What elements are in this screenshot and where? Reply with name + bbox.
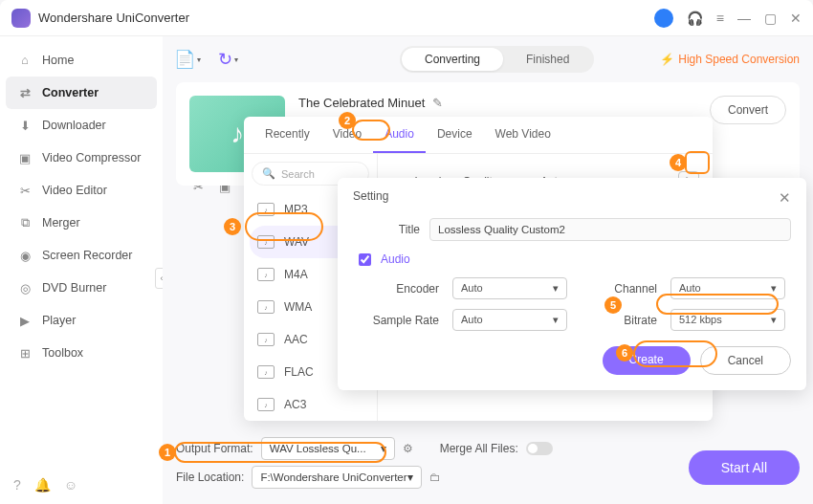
support-icon[interactable]: 🎧 (687, 11, 703, 26)
add-file-button[interactable]: 📄▾ (176, 48, 199, 71)
samplerate-select[interactable]: Auto▾ (452, 309, 567, 331)
fmt-item-label: WAV (284, 235, 309, 249)
chevron-down-icon: ▾ (771, 314, 777, 326)
sidebar-item-label: Player (42, 314, 76, 327)
fmt-tab-webvideo[interactable]: Web Video (484, 117, 562, 153)
feedback-icon[interactable]: ☺ (64, 477, 77, 493)
sidebar-item-dvd[interactable]: ◎DVD Burner (0, 272, 163, 304)
sidebar-item-label: Video Compressor (42, 151, 141, 164)
app-logo (11, 9, 31, 28)
wma-icon: ♪ (257, 300, 275, 314)
menu-icon[interactable]: ≡ (716, 11, 724, 26)
add-folder-button[interactable]: ↻▾ (216, 48, 239, 71)
m4a-icon: ♪ (257, 268, 275, 281)
sidebar-item-converter[interactable]: ⇄Converter (6, 77, 157, 109)
settings-title: Setting (353, 189, 388, 207)
sidebar-item-label: Downloader (42, 119, 106, 132)
toolbar: 📄▾ ↻▾ Converting Finished ⚡High Speed Co… (176, 46, 800, 73)
file-location-select[interactable]: F:\Wondershare UniConverter▾ (252, 466, 421, 489)
fmt-item-label: WMA (284, 300, 312, 314)
download-icon: ⬇ (17, 118, 33, 133)
bitrate-label: Bitrate (581, 314, 657, 327)
sidebar-item-label: Toolbox (42, 346, 83, 360)
audio-section-label: Audio (381, 252, 410, 266)
maximize-icon[interactable]: ▢ (764, 11, 777, 26)
fmt-item-ac3[interactable]: ♪AC3 (244, 388, 377, 421)
sidebar-item-toolbox[interactable]: ⊞Toolbox (0, 337, 163, 369)
tab-finished[interactable]: Finished (503, 48, 592, 71)
channel-label: Channel (581, 282, 657, 296)
sidebar-item-player[interactable]: ▶Player (0, 304, 163, 337)
sidebar-item-label: Screen Recorder (42, 249, 133, 262)
merge-toggle[interactable] (526, 442, 553, 455)
compress-icon: ▣ (17, 150, 33, 165)
encoder-label: Encoder (353, 282, 439, 296)
convert-button[interactable]: Convert (710, 96, 786, 124)
help-icon[interactable]: ? (13, 477, 21, 493)
cancel-button[interactable]: Cancel (700, 346, 791, 375)
search-icon: 🔍 (262, 167, 275, 180)
edit-title-icon[interactable]: ✎ (432, 96, 443, 110)
minimize-icon[interactable]: — (737, 11, 751, 26)
sidebar-item-editor[interactable]: ✂Video Editor (0, 174, 163, 207)
merge-label: Merge All Files: (440, 442, 518, 455)
sidebar: ⌂Home ⇄Converter ⬇Downloader ▣Video Comp… (0, 36, 163, 504)
sidebar-item-downloader[interactable]: ⬇Downloader (0, 109, 163, 142)
chevron-down-icon: ▾ (407, 471, 413, 484)
sidebar-item-compressor[interactable]: ▣Video Compressor (0, 142, 163, 174)
chevron-down-icon: ▾ (771, 282, 777, 295)
high-speed-conversion[interactable]: ⚡High Speed Conversion (660, 53, 800, 66)
fmt-tab-video[interactable]: Video (321, 117, 373, 153)
samplerate-label: Sample Rate (353, 314, 439, 327)
chevron-down-icon: ▾ (553, 314, 559, 326)
close-icon[interactable]: ✕ (790, 11, 802, 26)
sidebar-item-label: Home (42, 54, 74, 67)
chevron-down-icon: ▾ (381, 442, 386, 455)
player-icon: ▶ (17, 313, 33, 328)
setting-title-label: Title (353, 223, 420, 236)
sidebar-item-label: Video Editor (42, 184, 107, 197)
settings-icon[interactable]: ⚙ (403, 442, 413, 455)
browse-folder-icon[interactable]: 🗀 (429, 471, 441, 484)
fmt-item-label: M4A (284, 268, 308, 281)
create-button[interactable]: Create (603, 346, 691, 375)
fmt-item-label: MP3 (284, 203, 308, 216)
bitrate-select[interactable]: 512 kbps▾ (670, 309, 785, 331)
search-placeholder: Search (281, 168, 315, 180)
sidebar-item-home[interactable]: ⌂Home (0, 44, 163, 77)
dvd-icon: ◎ (17, 280, 33, 296)
channel-select[interactable]: Auto▾ (670, 277, 785, 299)
flac-icon: ♪ (257, 365, 275, 379)
channel-value: Auto (679, 282, 701, 295)
footer: Output Format: WAV Lossless Qu...▾ ⚙ Mer… (176, 437, 800, 494)
titlebar: Wondershare UniConverter 🎧 ≡ — ▢ ✕ (0, 0, 813, 36)
samplerate-value: Auto (461, 314, 483, 326)
bitrate-value: 512 kbps (679, 314, 722, 326)
file-location-label: File Location: (176, 471, 244, 484)
fmt-tab-audio[interactable]: Audio (373, 117, 426, 153)
output-format-select[interactable]: WAV Lossless Qu...▾ (261, 437, 395, 460)
fmt-tab-device[interactable]: Device (426, 117, 484, 153)
sidebar-item-label: Converter (42, 86, 99, 99)
bolt-icon: ⚡ (660, 53, 674, 66)
editor-icon: ✂ (17, 183, 33, 198)
sidebar-item-recorder[interactable]: ◉Screen Recorder (0, 239, 163, 272)
wav-icon: ♪ (257, 235, 275, 249)
user-avatar[interactable] (654, 9, 673, 28)
sidebar-item-merger[interactable]: ⧉Merger (0, 207, 163, 239)
app-title: Wondershare UniConverter (38, 11, 654, 25)
aac-icon: ♪ (257, 333, 275, 346)
fmt-item-label: FLAC (284, 365, 314, 379)
settings-close-icon[interactable]: ✕ (779, 189, 791, 207)
notification-icon[interactable]: 🔔 (34, 477, 51, 493)
settings-popup: Setting ✕ Title Audio Encoder Auto▾ Chan… (338, 178, 806, 390)
encoder-select[interactable]: Auto▾ (452, 277, 567, 299)
audio-checkbox[interactable] (359, 253, 371, 266)
tab-converting[interactable]: Converting (402, 48, 503, 71)
toolbox-icon: ⊞ (17, 345, 33, 361)
ac3-icon: ♪ (257, 398, 275, 411)
start-all-button[interactable]: Start All (689, 450, 800, 485)
fmt-tab-recently[interactable]: Recently (253, 117, 321, 153)
setting-title-input[interactable] (429, 218, 791, 241)
file-title: The Celebrated Minuet (298, 96, 425, 110)
